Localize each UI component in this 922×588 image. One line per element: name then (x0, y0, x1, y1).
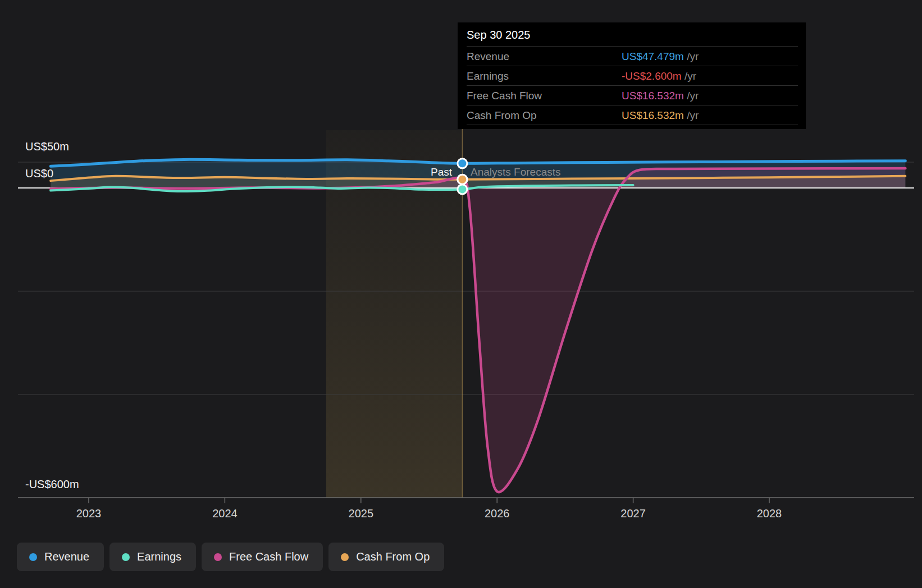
legend-item-label: Earnings (137, 550, 181, 563)
tooltip-row: Free Cash FlowUS$16.532m /yr (467, 85, 798, 105)
tooltip-row-unit: /yr (684, 90, 699, 102)
y-axis-label: US$50m (25, 140, 69, 153)
tooltip-row-value: -US$2.600m /yr (622, 70, 696, 82)
x-axis-label: 2024 (212, 507, 238, 520)
legend-item-revenue[interactable]: Revenue (17, 543, 104, 571)
tooltip-row-label: Free Cash Flow (467, 90, 542, 102)
tooltip-row: Cash From OpUS$16.532m /yr (467, 105, 798, 125)
legend-item-label: Cash From Op (356, 550, 430, 563)
legend-color-dot (29, 553, 37, 561)
data-point-marker-earnings (458, 185, 467, 194)
chart-root: US$50m US$0 -US$600m Past Analysts Forec… (0, 0, 922, 588)
tooltip-row-unit: /yr (684, 50, 699, 62)
tooltip-row-label: Revenue (467, 50, 509, 63)
tooltip-row-value: US$16.532m /yr (622, 90, 699, 102)
legend-color-dot (214, 553, 222, 561)
analysts-forecasts-label: Analysts Forecasts (471, 166, 561, 178)
tooltip: Sep 30 2025 RevenueUS$47.479m /yrEarning… (458, 22, 806, 129)
legend-color-dot (122, 553, 130, 561)
tooltip-row-label: Cash From Op (467, 109, 537, 122)
y-axis-label: -US$600m (25, 478, 79, 491)
tooltip-row-unit: /yr (682, 70, 696, 82)
x-axis-label: 2026 (485, 507, 510, 520)
legend-item-cash-from-op[interactable]: Cash From Op (328, 543, 444, 571)
x-axis-label: 2027 (620, 507, 646, 520)
x-axis-label: 2025 (349, 507, 374, 520)
legend-item-free-cash-flow[interactable]: Free Cash Flow (202, 543, 323, 571)
data-point-marker-revenue (458, 159, 467, 168)
tooltip-row-value: US$47.479m /yr (622, 50, 699, 63)
legend-color-dot (341, 553, 349, 561)
x-axis-label: 2028 (757, 507, 782, 520)
tooltip-date: Sep 30 2025 (467, 29, 530, 42)
past-label: Past (431, 166, 452, 178)
legend-item-label: Free Cash Flow (229, 550, 308, 563)
y-axis-label: US$0 (25, 167, 53, 180)
tooltip-rows: RevenueUS$47.479m /yrEarnings-US$2.600m … (458, 46, 806, 125)
tooltip-row: Earnings-US$2.600m /yr (467, 66, 798, 85)
tooltip-row-unit: /yr (684, 109, 699, 121)
tooltip-row: RevenueUS$47.479m /yr (467, 46, 798, 66)
tooltip-row-label: Earnings (467, 70, 509, 82)
data-point-marker-cash-from-op (458, 174, 467, 184)
legend-item-earnings[interactable]: Earnings (109, 543, 196, 571)
tooltip-row-value: US$16.532m /yr (622, 109, 699, 122)
legend-item-label: Revenue (44, 550, 89, 563)
x-axis-label: 2023 (76, 507, 102, 520)
legend: RevenueEarningsFree Cash FlowCash From O… (17, 543, 444, 571)
